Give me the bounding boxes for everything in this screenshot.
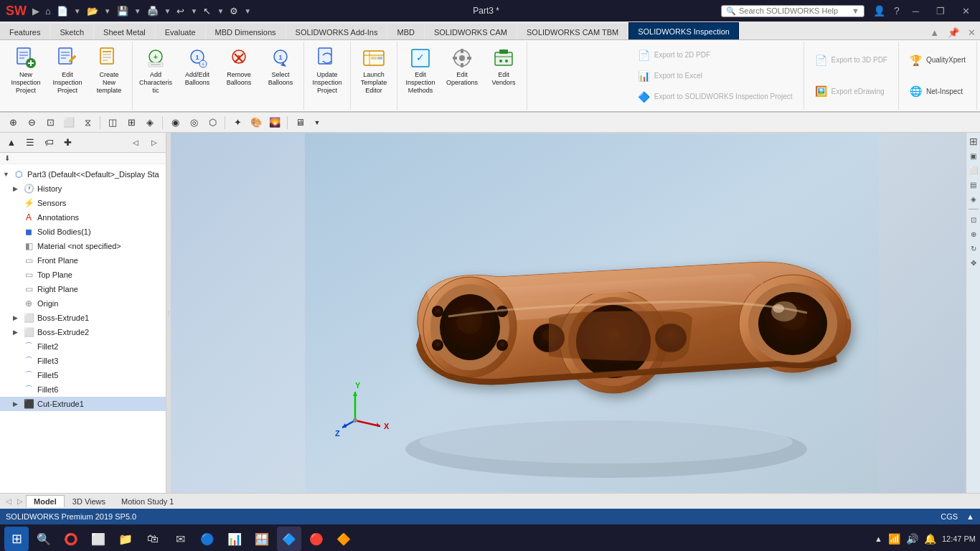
restore-button[interactable]: ❐: [932, 4, 949, 18]
tree-item-boss-extrude2[interactable]: ▶ ⬜ Boss-Extrude2: [0, 325, 166, 339]
open-dropdown[interactable]: ▼: [104, 7, 111, 15]
tree-item-cut-extrude1[interactable]: ▶ ⬛ Cut-Extrude1: [0, 397, 166, 411]
options-dropdown[interactable]: ▼: [244, 7, 251, 15]
filter-btn[interactable]: ⧖: [79, 115, 96, 131]
help-icon[interactable]: ?: [894, 5, 900, 17]
print-icon[interactable]: 🖨️: [147, 6, 159, 17]
options-icon[interactable]: ⚙: [230, 6, 238, 17]
open-icon[interactable]: 📂: [87, 6, 98, 17]
view-orient-btn[interactable]: ◈: [141, 115, 159, 131]
tree-item-front-plane[interactable]: ▭ Front Plane: [0, 253, 166, 268]
quality-xpert-button[interactable]: 🏆 QualityXpert: [905, 52, 971, 68]
view-top-btn[interactable]: ⬜: [968, 164, 979, 176]
search-dropdown-icon[interactable]: ▼: [852, 6, 859, 15]
update-inspection-button[interactable]: Update Inspection Project: [307, 43, 347, 98]
store-btn[interactable]: 🛍: [141, 527, 165, 551]
tree-item-fillet3[interactable]: ⌒ Fillet3: [0, 354, 166, 368]
cortana-btn[interactable]: ⭕: [59, 527, 83, 551]
box-select-btn[interactable]: ⬜: [60, 115, 77, 131]
office-btn[interactable]: 📊: [222, 527, 247, 551]
tab-model[interactable]: Model: [26, 495, 65, 507]
print-dropdown[interactable]: ▼: [164, 7, 171, 15]
display-mode-btn[interactable]: ◫: [104, 115, 121, 131]
tree-item-origin[interactable]: ⊕ Origin: [0, 296, 166, 311]
collapse-ribbon-icon[interactable]: ▲: [925, 26, 943, 39]
tree-item-fillet2[interactable]: ⌒ Fillet2: [0, 339, 166, 354]
expand-boss-extrude1[interactable]: ▶: [13, 314, 23, 321]
undo-dropdown[interactable]: ▼: [190, 7, 197, 15]
panel-list-btn[interactable]: ☰: [22, 135, 39, 151]
expand-cut-extrude1[interactable]: ▶: [13, 400, 23, 408]
minimize-button[interactable]: ─: [908, 4, 923, 18]
export-2d-button[interactable]: 📄 Export to 2D PDF: [633, 47, 798, 63]
launch-template-button[interactable]: Launch Template Editor: [354, 43, 394, 98]
panel-motion-btn[interactable]: ▲: [3, 135, 20, 151]
undo-icon[interactable]: ↩: [176, 6, 184, 17]
wireframe-btn[interactable]: ◎: [185, 115, 202, 131]
task-view-btn[interactable]: ⬜: [86, 527, 110, 551]
zoom-in-btn[interactable]: ⊕: [4, 115, 22, 131]
add-edit-balloons-button[interactable]: 1 + Add/Edit Balloons: [177, 43, 217, 98]
tab-sheet-metal[interactable]: Sheet Metal: [94, 24, 155, 39]
view-pan-btn[interactable]: ✥: [968, 257, 979, 268]
view-fit-btn[interactable]: ⊡: [968, 214, 979, 225]
view-zoom-btn[interactable]: ⊕: [968, 228, 979, 240]
panel-tags-btn[interactable]: 🏷: [40, 135, 57, 151]
remove-balloons-button[interactable]: 1 Remove Balloons: [219, 43, 259, 98]
panel-right-btn[interactable]: ▷: [146, 135, 163, 151]
lighting-btn[interactable]: ✦: [229, 115, 246, 131]
tree-item-history[interactable]: ▶ 🕐 History: [0, 182, 166, 196]
close-ribbon-icon[interactable]: ✕: [963, 26, 980, 39]
solidworks-taskbar-btn[interactable]: 🔷: [277, 527, 301, 551]
orient-cube-btn[interactable]: ⊞: [968, 136, 979, 147]
view-settings-btn[interactable]: 🖥: [291, 115, 308, 131]
tree-item-top-plane[interactable]: ▭ Top Plane: [0, 268, 166, 282]
export-edrawing-button[interactable]: 🖼️ Export eDrawing: [810, 83, 892, 99]
notification-icon[interactable]: 🔔: [924, 533, 936, 545]
select-balloons-button[interactable]: 1 Select Balloons: [260, 43, 301, 98]
save-dropdown[interactable]: ▼: [134, 7, 141, 15]
home-icon[interactable]: ⌂: [45, 6, 51, 17]
qa-dropdown[interactable]: ▼: [74, 7, 81, 15]
panel-left-btn[interactable]: ◁: [127, 135, 144, 151]
tab-sketch[interactable]: Sketch: [50, 24, 93, 39]
tree-item-right-plane[interactable]: ▭ Right Plane: [0, 282, 166, 296]
scene-btn[interactable]: 🌄: [266, 115, 283, 131]
edit-inspection-project-button[interactable]: Edit Inspection Project: [47, 43, 88, 98]
close-button[interactable]: ✕: [958, 4, 974, 18]
shaded-btn[interactable]: ◉: [166, 115, 184, 131]
tab-sw-addins[interactable]: SOLIDWORKS Add-Ins: [286, 24, 387, 39]
expand-history[interactable]: ▶: [13, 185, 23, 192]
search-box[interactable]: 🔍 ▼: [721, 5, 864, 17]
tray-expand-icon[interactable]: ▲: [875, 534, 882, 543]
save-icon[interactable]: 💾: [117, 6, 128, 17]
edit-inspection-methods-button[interactable]: ✓ Edit Inspection Methods: [400, 43, 440, 98]
user-icon[interactable]: 👤: [873, 5, 885, 17]
units-dropdown[interactable]: ▲: [966, 512, 974, 521]
tab-features[interactable]: Features: [0, 24, 50, 39]
net-inspect-button[interactable]: 🌐 Net-Inspect: [905, 83, 971, 99]
create-template-button[interactable]: Create New template: [89, 43, 129, 98]
section-view-btn[interactable]: ⊞: [123, 115, 140, 131]
panel-add-btn[interactable]: ✚: [59, 135, 76, 151]
zoom-out-btn[interactable]: ⊖: [23, 115, 40, 131]
tab-3d-views[interactable]: 3D Views: [65, 495, 113, 507]
appearance-btn[interactable]: 🎨: [248, 115, 265, 131]
scroll-right-icon[interactable]: ▷: [14, 497, 26, 505]
cursor-dropdown[interactable]: ▼: [217, 7, 224, 15]
view-roll-btn[interactable]: ↻: [968, 242, 979, 254]
tree-item-fillet5[interactable]: ⌒ Fillet5: [0, 368, 166, 382]
view-right-btn[interactable]: ▤: [968, 179, 979, 190]
new-icon[interactable]: 📄: [57, 6, 68, 17]
expand-part3[interactable]: ▼: [3, 171, 13, 178]
search-input[interactable]: [739, 6, 849, 15]
tab-motion-study[interactable]: Motion Study 1: [113, 495, 182, 507]
windows-btn[interactable]: 🪟: [250, 527, 274, 551]
tab-sw-cam[interactable]: SOLIDWORKS CAM: [425, 24, 517, 39]
mail-btn[interactable]: ✉: [168, 527, 192, 551]
tree-item-material[interactable]: ◧ Material <not specified>: [0, 239, 166, 253]
misc-app-btn[interactable]: 🔶: [331, 527, 356, 551]
scroll-left-icon[interactable]: ◁: [3, 497, 14, 505]
start-button[interactable]: ⊞: [4, 527, 29, 551]
tree-item-boss-extrude1[interactable]: ▶ ⬜ Boss-Extrude1: [0, 311, 166, 325]
